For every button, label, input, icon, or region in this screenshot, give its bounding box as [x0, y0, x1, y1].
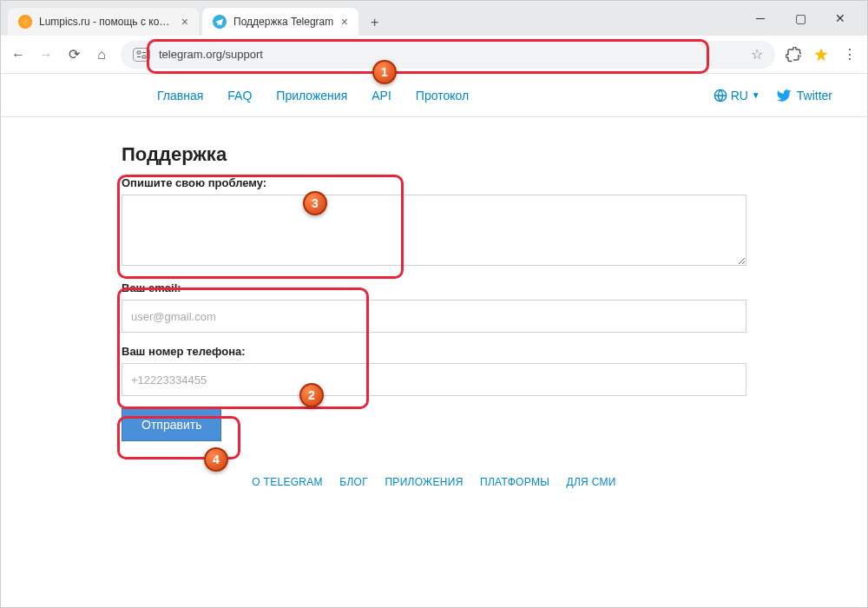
- minimize-button[interactable]: ─: [740, 1, 780, 36]
- marker-4: 4: [204, 447, 228, 472]
- chevron-down-icon: ▼: [752, 90, 760, 100]
- profile-icon[interactable]: [813, 47, 831, 63]
- support-form-container: Поддержка Опишите свою проблему: Ваш ema…: [122, 143, 746, 441]
- marker-1: 1: [372, 60, 397, 84]
- window-controls: ─ ▢ ✕: [740, 1, 860, 36]
- footer-nav: О TELEGRAM БЛОГ ПРИЛОЖЕНИЯ ПЛАТФОРМЫ ДЛЯ…: [1, 476, 867, 488]
- close-icon[interactable]: ×: [181, 15, 188, 29]
- globe-icon: [713, 89, 727, 102]
- footer-apps[interactable]: ПРИЛОЖЕНИЯ: [385, 476, 463, 488]
- svg-rect-2: [142, 56, 146, 58]
- close-window-button[interactable]: ✕: [820, 1, 860, 36]
- forward-icon[interactable]: →: [37, 47, 55, 63]
- close-icon[interactable]: ×: [341, 15, 348, 29]
- footer-press[interactable]: ДЛЯ СМИ: [567, 476, 616, 488]
- phone-label: Ваш номер телефона:: [122, 345, 746, 358]
- browser-tab-strip: Lumpics.ru - помощь с компью × Поддержка…: [1, 1, 867, 36]
- lumpics-icon: [18, 15, 32, 29]
- problem-textarea[interactable]: [122, 195, 746, 266]
- telegram-icon: [213, 15, 227, 29]
- email-input[interactable]: [122, 300, 746, 333]
- nav-faq[interactable]: FAQ: [227, 89, 252, 102]
- nav-protocol[interactable]: Протокол: [416, 89, 469, 102]
- home-icon[interactable]: ⌂: [93, 47, 110, 63]
- page-title: Поддержка: [122, 143, 746, 166]
- footer-about[interactable]: О TELEGRAM: [252, 476, 323, 488]
- url-text: telegram.org/support: [159, 48, 263, 61]
- back-icon[interactable]: ←: [10, 47, 27, 63]
- svg-rect-1: [137, 51, 141, 54]
- twitter-link[interactable]: Twitter: [776, 88, 832, 103]
- svg-marker-5: [815, 48, 828, 61]
- problem-label: Опишите свою проблему:: [122, 176, 746, 189]
- new-tab-button[interactable]: +: [362, 10, 387, 36]
- nav-home[interactable]: Главная: [157, 89, 203, 102]
- language-selector[interactable]: RU ▼: [713, 89, 760, 102]
- tab-title: Поддержка Telegram: [233, 16, 334, 28]
- marker-2: 2: [299, 383, 324, 407]
- site-nav: Главная FAQ Приложения API Протокол RU ▼…: [1, 74, 867, 117]
- maximize-button[interactable]: ▢: [780, 1, 820, 36]
- footer-blog[interactable]: БЛОГ: [339, 476, 368, 488]
- url-input[interactable]: telegram.org/support ☆: [121, 41, 775, 69]
- email-label: Ваш email:: [122, 281, 746, 294]
- submit-button[interactable]: Отправить: [122, 408, 221, 441]
- marker-3: 3: [303, 191, 327, 215]
- menu-icon[interactable]: ⋮: [841, 46, 858, 63]
- page-body: Главная FAQ Приложения API Протокол RU ▼…: [1, 74, 867, 488]
- reload-icon[interactable]: ⟳: [65, 46, 82, 63]
- tab-telegram-support[interactable]: Поддержка Telegram ×: [202, 8, 358, 36]
- nav-api[interactable]: API: [372, 89, 391, 102]
- tab-lumpics[interactable]: Lumpics.ru - помощь с компью ×: [8, 8, 199, 36]
- extensions-icon[interactable]: [786, 47, 803, 63]
- phone-input[interactable]: [122, 363, 746, 396]
- bookmark-star-icon[interactable]: ☆: [751, 46, 763, 63]
- tab-title: Lumpics.ru - помощь с компью: [39, 16, 174, 28]
- twitter-icon: [776, 88, 792, 103]
- site-settings-icon[interactable]: [133, 48, 150, 62]
- nav-apps[interactable]: Приложения: [276, 89, 347, 102]
- footer-platforms[interactable]: ПЛАТФОРМЫ: [480, 476, 549, 488]
- address-bar: ← → ⟳ ⌂ telegram.org/support ☆ ⋮: [1, 36, 867, 74]
